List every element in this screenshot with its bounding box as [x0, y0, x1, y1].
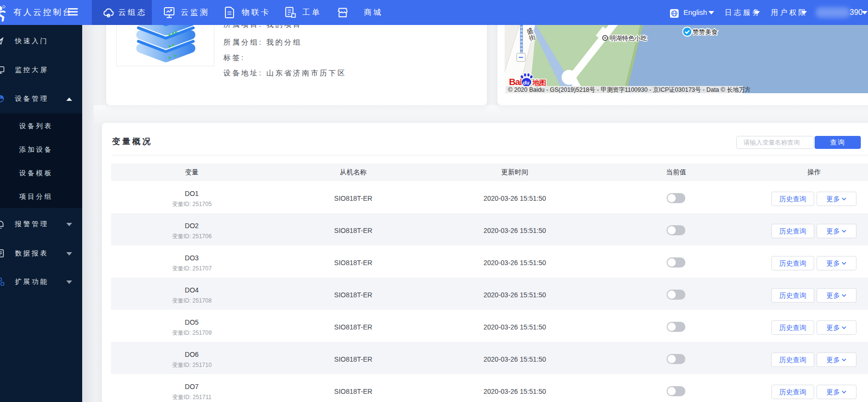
svg-text:明湖特色小吃: 明湖特色小吃: [609, 35, 647, 42]
svg-text:© 2020 Baidu - GS(2019)5218号 -: © 2020 Baidu - GS(2019)5218号 - 甲测资字11009…: [508, 86, 751, 93]
svg-text:赞赞美食: 赞赞美食: [693, 28, 718, 36]
svg-text:Bai: Bai: [509, 77, 522, 87]
svg-text:du: du: [523, 80, 530, 85]
svg-text:地图: 地图: [532, 79, 546, 86]
